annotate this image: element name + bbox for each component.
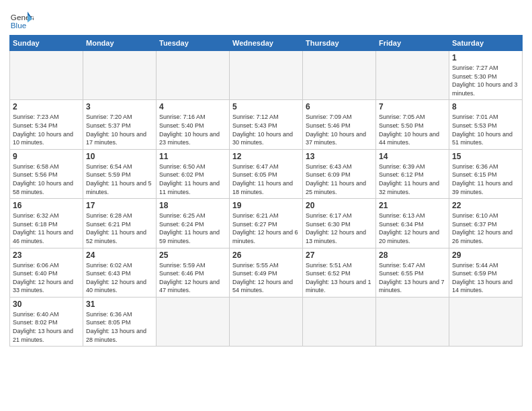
day-info: Sunrise: 7:27 AM Sunset: 5:30 PM Dayligh… [452, 64, 519, 97]
calendar-cell [83, 51, 157, 100]
day-number: 26 [232, 250, 300, 260]
day-info: Sunrise: 7:09 AM Sunset: 5:46 PM Dayligh… [306, 113, 373, 146]
calendar-cell: 8Sunrise: 7:01 AM Sunset: 5:53 PM Daylig… [449, 100, 523, 149]
day-info: Sunrise: 6:36 AM Sunset: 8:05 PM Dayligh… [86, 310, 153, 344]
day-number: 20 [306, 201, 373, 210]
day-number: 18 [159, 201, 226, 210]
day-info: Sunrise: 6:13 AM Sunset: 6:34 PM Dayligh… [379, 212, 446, 245]
day-number: 24 [86, 250, 153, 260]
day-number: 19 [232, 201, 300, 210]
day-number: 25 [159, 250, 226, 260]
calendar-cell: 13Sunrise: 6:43 AM Sunset: 6:09 PM Dayli… [303, 149, 376, 198]
day-number: 15 [452, 152, 519, 161]
calendar-cell: 11Sunrise: 6:50 AM Sunset: 6:02 PM Dayli… [157, 149, 230, 198]
calendar-week-3: 9Sunrise: 6:58 AM Sunset: 5:56 PM Daylig… [10, 149, 523, 198]
calendar-cell: 27Sunrise: 5:51 AM Sunset: 6:52 PM Dayli… [303, 248, 376, 297]
day-info: Sunrise: 5:44 AM Sunset: 6:59 PM Dayligh… [452, 261, 519, 295]
day-number: 12 [232, 152, 300, 161]
calendar-cell: 12Sunrise: 6:47 AM Sunset: 6:05 PM Dayli… [230, 149, 303, 198]
day-number: 16 [13, 201, 80, 210]
day-number: 28 [379, 250, 446, 260]
logo-icon: General Blue [9, 7, 34, 31]
day-info: Sunrise: 7:23 AM Sunset: 5:34 PM Dayligh… [13, 113, 80, 146]
weekday-header-friday: Friday [376, 36, 449, 51]
day-number: 5 [232, 102, 300, 111]
day-info: Sunrise: 6:58 AM Sunset: 5:56 PM Dayligh… [13, 163, 80, 196]
weekday-header-tuesday: Tuesday [157, 36, 230, 51]
calendar-cell: 31Sunrise: 6:36 AM Sunset: 8:05 PM Dayli… [83, 297, 157, 346]
day-info: Sunrise: 7:16 AM Sunset: 5:40 PM Dayligh… [159, 113, 226, 146]
calendar-cell: 4Sunrise: 7:16 AM Sunset: 5:40 PM Daylig… [157, 100, 230, 149]
day-info: Sunrise: 5:55 AM Sunset: 6:49 PM Dayligh… [232, 261, 300, 295]
day-number: 14 [379, 152, 446, 161]
calendar-cell: 2Sunrise: 7:23 AM Sunset: 5:34 PM Daylig… [10, 100, 83, 149]
calendar-cell: 19Sunrise: 6:21 AM Sunset: 6:27 PM Dayli… [230, 199, 303, 248]
calendar-cell: 15Sunrise: 6:36 AM Sunset: 6:15 PM Dayli… [449, 149, 523, 198]
day-number: 30 [13, 300, 80, 309]
day-info: Sunrise: 7:12 AM Sunset: 5:43 PM Dayligh… [232, 113, 300, 146]
day-info: Sunrise: 6:50 AM Sunset: 6:02 PM Dayligh… [159, 163, 226, 196]
svg-text:Blue: Blue [11, 21, 26, 30]
calendar-cell: 10Sunrise: 6:54 AM Sunset: 5:59 PM Dayli… [83, 149, 157, 198]
calendar-cell: 23Sunrise: 6:06 AM Sunset: 6:40 PM Dayli… [10, 248, 83, 297]
day-info: Sunrise: 6:43 AM Sunset: 6:09 PM Dayligh… [306, 163, 373, 196]
calendar-cell: 3Sunrise: 7:20 AM Sunset: 5:37 PM Daylig… [83, 100, 157, 149]
day-number: 4 [159, 102, 226, 111]
calendar-cell [303, 51, 376, 100]
calendar-cell [157, 51, 230, 100]
day-number: 21 [379, 201, 446, 210]
day-info: Sunrise: 5:51 AM Sunset: 6:52 PM Dayligh… [306, 261, 373, 295]
day-number: 3 [86, 102, 153, 111]
day-number: 8 [452, 102, 519, 111]
calendar-cell [10, 51, 83, 100]
day-number: 11 [159, 152, 226, 161]
day-info: Sunrise: 6:47 AM Sunset: 6:05 PM Dayligh… [232, 163, 300, 196]
calendar-cell [449, 297, 523, 346]
calendar-cell: 16Sunrise: 6:32 AM Sunset: 6:18 PM Dayli… [10, 199, 83, 248]
day-number: 17 [86, 201, 153, 210]
day-number: 6 [306, 102, 373, 111]
calendar-cell [376, 297, 449, 346]
calendar-cell [230, 51, 303, 100]
day-info: Sunrise: 7:20 AM Sunset: 5:37 PM Dayligh… [86, 113, 153, 146]
calendar-cell [230, 297, 303, 346]
day-info: Sunrise: 7:01 AM Sunset: 5:53 PM Dayligh… [452, 113, 519, 146]
calendar-cell: 29Sunrise: 5:44 AM Sunset: 6:59 PM Dayli… [449, 248, 523, 297]
day-info: Sunrise: 6:02 AM Sunset: 6:43 PM Dayligh… [86, 261, 153, 295]
calendar-cell: 26Sunrise: 5:55 AM Sunset: 6:49 PM Dayli… [230, 248, 303, 297]
day-number: 9 [13, 152, 80, 161]
calendar-cell: 20Sunrise: 6:17 AM Sunset: 6:30 PM Dayli… [303, 199, 376, 248]
day-info: Sunrise: 6:36 AM Sunset: 6:15 PM Dayligh… [452, 163, 519, 196]
calendar-table: SundayMondayTuesdayWednesdayThursdayFrid… [9, 35, 523, 347]
day-number: 1 [452, 53, 519, 62]
day-info: Sunrise: 6:06 AM Sunset: 6:40 PM Dayligh… [13, 261, 80, 295]
day-info: Sunrise: 6:32 AM Sunset: 6:18 PM Dayligh… [13, 212, 80, 245]
day-info: Sunrise: 7:05 AM Sunset: 5:50 PM Dayligh… [379, 113, 446, 146]
calendar-cell: 28Sunrise: 5:47 AM Sunset: 6:55 PM Dayli… [376, 248, 449, 297]
calendar-cell [157, 297, 230, 346]
day-number: 13 [306, 152, 373, 161]
calendar-cell: 30Sunrise: 6:40 AM Sunset: 8:02 PM Dayli… [10, 297, 83, 346]
calendar-cell [303, 297, 376, 346]
weekday-header-saturday: Saturday [449, 36, 523, 51]
day-number: 22 [452, 201, 519, 210]
calendar-cell: 9Sunrise: 6:58 AM Sunset: 5:56 PM Daylig… [10, 149, 83, 198]
weekday-header-monday: Monday [83, 36, 157, 51]
calendar-cell: 25Sunrise: 5:59 AM Sunset: 6:46 PM Dayli… [157, 248, 230, 297]
day-info: Sunrise: 6:54 AM Sunset: 5:59 PM Dayligh… [86, 163, 153, 196]
calendar-week-4: 16Sunrise: 6:32 AM Sunset: 6:18 PM Dayli… [10, 199, 523, 248]
calendar-week-2: 2Sunrise: 7:23 AM Sunset: 5:34 PM Daylig… [10, 100, 523, 149]
day-info: Sunrise: 6:28 AM Sunset: 6:21 PM Dayligh… [86, 212, 153, 245]
calendar-cell: 24Sunrise: 6:02 AM Sunset: 6:43 PM Dayli… [83, 248, 157, 297]
day-number: 2 [13, 102, 80, 111]
calendar-week-5: 23Sunrise: 6:06 AM Sunset: 6:40 PM Dayli… [10, 248, 523, 297]
day-number: 10 [86, 152, 153, 161]
day-number: 23 [13, 250, 80, 260]
calendar-cell: 7Sunrise: 7:05 AM Sunset: 5:50 PM Daylig… [376, 100, 449, 149]
day-info: Sunrise: 5:47 AM Sunset: 6:55 PM Dayligh… [379, 261, 446, 295]
calendar-week-1: 1Sunrise: 7:27 AM Sunset: 5:30 PM Daylig… [10, 51, 523, 100]
calendar-cell [376, 51, 449, 100]
logo: General Blue [9, 7, 34, 31]
calendar-cell: 1Sunrise: 7:27 AM Sunset: 5:30 PM Daylig… [449, 51, 523, 100]
calendar-cell: 22Sunrise: 6:10 AM Sunset: 6:37 PM Dayli… [449, 199, 523, 248]
